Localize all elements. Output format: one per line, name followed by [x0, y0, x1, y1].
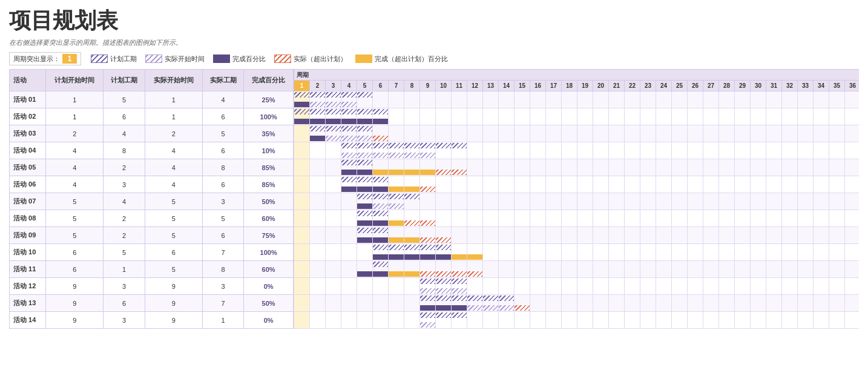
gantt-cell-row7-col36 — [845, 210, 860, 227]
period-header: 周期 — [294, 70, 860, 81]
gantt-cell-row5-col32 — [782, 176, 798, 193]
activity-name: 活动 04 — [10, 142, 46, 159]
gantt-cell-row4-col14 — [499, 159, 515, 176]
gantt-cell-row7-col13 — [483, 210, 499, 227]
gantt-cell-row4-col24 — [656, 159, 672, 176]
gantt-cell-row11-col31 — [766, 278, 782, 295]
actual-start: 9 — [145, 295, 202, 312]
gantt-cell-row13-col23 — [640, 312, 656, 329]
period-col-3: 3 — [326, 81, 341, 91]
period-col-34: 34 — [814, 81, 829, 91]
gantt-cell-row8-col31 — [766, 227, 782, 244]
gantt-cell-row5-col12 — [467, 176, 483, 193]
gantt-cell-row9-col28 — [719, 244, 735, 261]
gantt-cell-row3-col15 — [515, 142, 530, 159]
actual-dur: 7 — [202, 295, 243, 312]
gantt-cell-row8-col14 — [499, 227, 515, 244]
gantt-cell-row11-col25 — [672, 278, 688, 295]
table-row: 活动 08 5 2 5 5 60% — [10, 210, 294, 227]
plan-dur: 1 — [104, 261, 145, 278]
gantt-cell-row0-col1 — [294, 91, 310, 108]
gantt-cell-row0-col10 — [436, 91, 452, 108]
actual-dur: 7 — [202, 244, 243, 261]
gantt-cell-row0-col12 — [467, 91, 483, 108]
period-col-6: 6 — [373, 81, 389, 91]
gantt-cell-row2-col1 — [294, 125, 310, 142]
gantt-cell-row9-col22 — [625, 244, 640, 261]
gantt-cell-row13-col12 — [467, 312, 483, 329]
period-control[interactable]: 周期突出显示： 1 — [9, 52, 81, 65]
gantt-cell-row3-col2 — [310, 142, 326, 159]
table-row: 活动 14 9 3 9 1 0% — [10, 312, 294, 329]
gantt-cell-row8-col7 — [389, 227, 404, 244]
pct-value: 35% — [244, 125, 294, 142]
gantt-cell-row12-col13 — [483, 295, 499, 312]
gantt-cell-row9-col15 — [515, 244, 530, 261]
gantt-cell-row3-col26 — [688, 142, 703, 159]
pct-value: 50% — [244, 295, 294, 312]
gantt-cell-row12-col10 — [436, 295, 452, 312]
gantt-cell-row8-col29 — [735, 227, 751, 244]
gantt-cell-row0-col28 — [719, 91, 735, 108]
period-col-18: 18 — [562, 81, 577, 91]
gantt-cell-row4-col9 — [420, 159, 436, 176]
gantt-cell-row9-col29 — [735, 244, 751, 261]
period-col-16: 16 — [530, 81, 546, 91]
gantt-cell-row7-col26 — [688, 210, 703, 227]
gantt-cell-row7-col10 — [436, 210, 452, 227]
actual-dur: 3 — [202, 193, 243, 210]
gantt-cell-row13-col1 — [294, 312, 310, 329]
gantt-cell-row12-col19 — [577, 295, 593, 312]
gantt-cell-row12-col20 — [593, 295, 609, 312]
actual-over-label: 实际（超出计划） — [294, 55, 347, 64]
period-col-8: 8 — [404, 81, 420, 91]
gantt-cell-row13-col2 — [310, 312, 326, 329]
gantt-cell-row2-col2 — [310, 125, 326, 142]
gantt-cell-row12-col17 — [546, 295, 562, 312]
activity-name: 活动 11 — [10, 261, 46, 278]
gantt-row — [294, 210, 860, 227]
gantt-cell-row7-col27 — [703, 210, 719, 227]
gantt-cell-row5-col22 — [625, 176, 640, 193]
gantt-cell-row8-col4 — [341, 227, 357, 244]
gantt-cell-row5-col26 — [688, 176, 703, 193]
actual-start: 5 — [145, 210, 202, 227]
gantt-cell-row12-col26 — [688, 295, 703, 312]
gantt-cell-row2-col6 — [373, 125, 389, 142]
gantt-cell-row3-col24 — [656, 142, 672, 159]
gantt-cell-row10-col20 — [593, 261, 609, 278]
gantt-cell-row5-col15 — [515, 176, 530, 193]
gantt-cell-row0-col11 — [452, 91, 467, 108]
pct-value: 0% — [244, 312, 294, 329]
gantt-cell-row0-col31 — [766, 91, 782, 108]
period-col-4: 4 — [341, 81, 357, 91]
table-row: 活动 02 1 6 1 6 100% — [10, 108, 294, 125]
gantt-cell-row4-col11 — [452, 159, 467, 176]
gantt-cell-row7-col3 — [326, 210, 341, 227]
complete-over-swatch — [355, 55, 372, 63]
gantt-cell-row9-col8 — [404, 244, 420, 261]
gantt-cell-row9-col32 — [782, 244, 798, 261]
gantt-cell-row5-col16 — [530, 176, 546, 193]
legend: 计划工期 实际开始时间 完成百分比 实际（超出计划） 完成（超出计划）百分比 — [91, 55, 448, 64]
gantt-cell-row1-col25 — [672, 108, 688, 125]
actual-dur: 4 — [202, 91, 243, 108]
plan-dur: 3 — [104, 278, 145, 295]
gantt-cell-row6-col5 — [357, 193, 373, 210]
gantt-cell-row8-col9 — [420, 227, 436, 244]
gantt-cell-row5-col31 — [766, 176, 782, 193]
gantt-cell-row4-col8 — [404, 159, 420, 176]
gantt-cell-row9-col23 — [640, 244, 656, 261]
gantt-cell-row7-col19 — [577, 210, 593, 227]
period-col-27: 27 — [703, 81, 719, 91]
gantt-cell-row11-col23 — [640, 278, 656, 295]
legend-actual-start: 实际开始时间 — [145, 55, 205, 64]
gantt-cell-row5-col5 — [357, 176, 373, 193]
gantt-cell-row2-col29 — [735, 125, 751, 142]
actual-start: 6 — [145, 244, 202, 261]
gantt-cell-row10-col12 — [467, 261, 483, 278]
gantt-cell-row3-col34 — [814, 142, 829, 159]
pct-value: 75% — [244, 227, 294, 244]
gantt-cell-row8-col34 — [814, 227, 829, 244]
gantt-cell-row9-col36 — [845, 244, 860, 261]
